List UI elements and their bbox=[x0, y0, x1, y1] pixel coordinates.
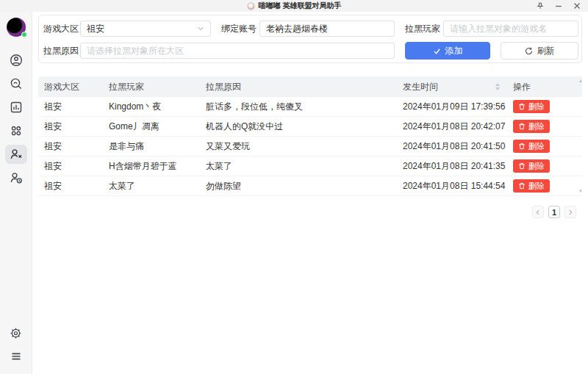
blacklist-form: 游戏大区 祖安 绑定账号 拉黑玩家 拉黑原因 添加 刷新 bbox=[38, 15, 582, 63]
refresh-icon bbox=[525, 47, 533, 55]
delete-button[interactable]: 删除 bbox=[513, 100, 550, 113]
cell-region: 祖安 bbox=[38, 140, 103, 153]
trash-icon bbox=[518, 103, 526, 110]
cell-region: 祖安 bbox=[38, 180, 103, 193]
chevron-right-icon bbox=[567, 209, 573, 215]
sidebar-item-stats[interactable] bbox=[5, 98, 27, 117]
header-region: 游戏大区 bbox=[38, 81, 103, 93]
table-row: 祖安太菜了勿做陈望2024年01月08日 15:44:54删除 bbox=[38, 176, 582, 196]
reason-label: 拉黑原因 bbox=[43, 43, 79, 59]
sort-caret-icon[interactable] bbox=[495, 83, 500, 90]
pin-icon[interactable] bbox=[536, 1, 545, 10]
player-input[interactable] bbox=[443, 21, 578, 37]
header-reason: 拉黑原因 bbox=[200, 81, 397, 93]
cell-actions: 删除 bbox=[507, 140, 582, 153]
cell-region: 祖安 bbox=[38, 121, 103, 133]
cell-player: Kingdom丶夜 bbox=[103, 101, 200, 113]
user-avatar[interactable] bbox=[7, 18, 26, 37]
cell-region: 祖安 bbox=[38, 101, 103, 113]
delete-button[interactable]: 删除 bbox=[513, 140, 550, 153]
table-header: 游戏大区 拉黑玩家 拉黑原因 发生时间 操作 bbox=[38, 76, 582, 97]
region-label: 游戏大区 bbox=[43, 21, 79, 37]
main-content: 游戏大区 祖安 绑定账号 拉黑玩家 拉黑原因 添加 刷新 游戏大区 拉 bbox=[32, 12, 588, 374]
add-button-label: 添加 bbox=[445, 45, 463, 57]
delete-button[interactable]: 删除 bbox=[513, 159, 550, 173]
delete-label: 删除 bbox=[528, 141, 545, 152]
account-label: 绑定账号 bbox=[221, 21, 257, 37]
region-select[interactable]: 祖安 bbox=[80, 21, 211, 37]
pagination: 1 bbox=[532, 206, 576, 218]
app-logo-icon bbox=[247, 2, 255, 10]
sidebar-item-search[interactable] bbox=[5, 74, 27, 93]
sidebar-item-menu[interactable] bbox=[5, 347, 27, 366]
cell-reason: 又菜又爱玩 bbox=[200, 140, 397, 153]
cell-reason: 机器人的Q就没中过 bbox=[200, 121, 397, 133]
current-page-button[interactable]: 1 bbox=[548, 206, 560, 218]
cell-region: 祖安 bbox=[38, 160, 103, 173]
stats-icon bbox=[9, 100, 24, 115]
trash-icon bbox=[518, 182, 526, 190]
search-icon bbox=[9, 76, 24, 91]
person-x-icon bbox=[9, 147, 24, 162]
prev-page-button[interactable] bbox=[532, 206, 544, 218]
cell-time: 2024年01月08日 20:41:50 bbox=[397, 140, 507, 153]
online-status-dot bbox=[21, 32, 27, 37]
header-time[interactable]: 发生时间 bbox=[397, 81, 507, 93]
cell-time: 2024年01月08日 20:42:07 bbox=[397, 121, 507, 133]
refresh-button-label: 刷新 bbox=[537, 45, 555, 57]
person-clock-icon bbox=[9, 170, 24, 185]
region-select-value: 祖安 bbox=[87, 23, 104, 35]
profile-icon bbox=[9, 53, 24, 68]
cell-player: H含烟带月碧于蓝 bbox=[103, 160, 200, 173]
cell-actions: 删除 bbox=[507, 179, 582, 193]
next-page-button[interactable] bbox=[564, 206, 576, 218]
sidebar-item-apps[interactable] bbox=[5, 121, 27, 140]
table-row: 祖安是非与痛又菜又爱玩2024年01月08日 20:41:50删除 bbox=[38, 137, 582, 157]
cell-time: 2024年01月09日 17:39:56 bbox=[397, 101, 507, 113]
sidebar-item-blacklist[interactable] bbox=[5, 145, 27, 164]
cell-player: 是非与痛 bbox=[103, 140, 200, 153]
window-title: 喵嘟嘟 英雄联盟对局助手 bbox=[259, 1, 342, 11]
refresh-button[interactable]: 刷新 bbox=[501, 42, 578, 60]
cell-reason: 勿做陈望 bbox=[200, 180, 397, 193]
reason-input[interactable] bbox=[80, 43, 395, 59]
sidebar-item-history[interactable] bbox=[5, 168, 27, 187]
table-row: 祖安Kingdom丶夜脏话多，段位低，纯傻叉2024年01月09日 17:39:… bbox=[38, 97, 582, 117]
delete-button[interactable]: 删除 bbox=[513, 120, 550, 133]
add-button[interactable]: 添加 bbox=[405, 42, 490, 60]
sidebar bbox=[0, 12, 32, 374]
delete-button[interactable]: 删除 bbox=[513, 179, 550, 193]
check-icon bbox=[433, 47, 441, 55]
player-label: 拉黑玩家 bbox=[405, 21, 440, 37]
blacklist-table: 游戏大区 拉黑玩家 拉黑原因 发生时间 操作 祖安Kingdom丶夜脏话多，段位… bbox=[38, 76, 582, 196]
minimize-icon[interactable] bbox=[554, 1, 563, 10]
chevron-left-icon bbox=[535, 209, 541, 215]
scroll-down-arrow[interactable]: ▼ bbox=[578, 189, 583, 193]
table-body: 祖安Kingdom丶夜脏话多，段位低，纯傻叉2024年01月09日 17:39:… bbox=[38, 97, 582, 196]
trash-icon bbox=[518, 143, 526, 150]
header-player: 拉黑玩家 bbox=[103, 81, 200, 93]
table-row: 祖安H含烟带月碧于蓝太菜了2024年01月08日 20:41:35删除 bbox=[38, 157, 582, 176]
cell-actions: 删除 bbox=[507, 120, 582, 133]
cell-player: Gome丿凋离 bbox=[103, 121, 200, 133]
delete-label: 删除 bbox=[528, 161, 545, 172]
header-actions: 操作 bbox=[507, 81, 582, 93]
delete-label: 删除 bbox=[528, 121, 545, 132]
window-controls bbox=[536, 0, 581, 12]
trash-icon bbox=[518, 123, 526, 130]
chevron-down-icon bbox=[197, 25, 204, 32]
cell-time: 2024年01月08日 20:41:35 bbox=[397, 160, 507, 173]
apps-grid-icon bbox=[9, 123, 24, 138]
account-input[interactable] bbox=[259, 21, 395, 37]
gear-icon bbox=[9, 326, 23, 340]
scroll-up-arrow[interactable]: ▲ bbox=[578, 79, 583, 83]
header-time-label: 发生时间 bbox=[403, 81, 438, 93]
cell-reason: 脏话多，段位低，纯傻叉 bbox=[200, 101, 397, 113]
sidebar-item-profile[interactable] bbox=[5, 51, 27, 70]
close-icon[interactable] bbox=[573, 1, 581, 10]
sidebar-item-settings[interactable] bbox=[5, 323, 27, 342]
cell-time: 2024年01月08日 15:44:54 bbox=[397, 180, 507, 193]
cell-player: 太菜了 bbox=[103, 180, 200, 193]
hamburger-menu-icon bbox=[9, 349, 24, 364]
table-scrollbar[interactable]: ▲ ▼ bbox=[577, 79, 584, 193]
